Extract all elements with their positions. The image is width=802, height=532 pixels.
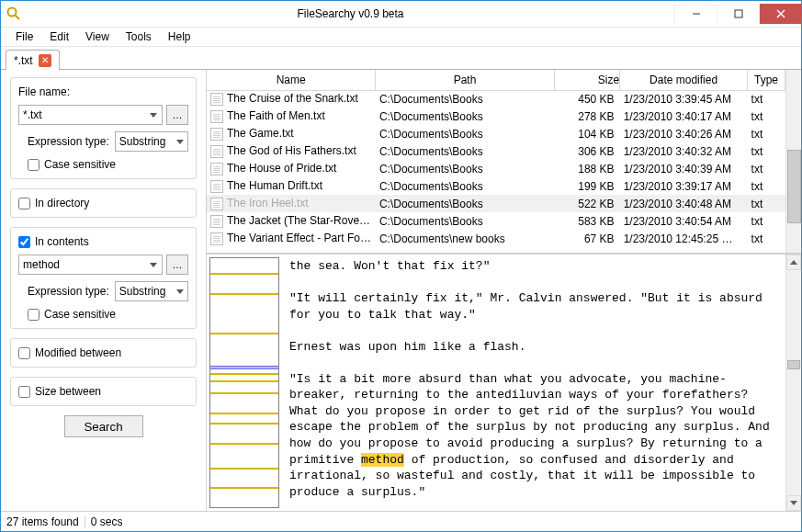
table-row[interactable]: The Cruise of the Snark.txtC:\Documents\… (207, 90, 785, 108)
minimap-hit (210, 373, 278, 375)
menu-bar: FileEditViewToolsHelp (1, 28, 801, 47)
column-path[interactable]: Path (376, 70, 554, 90)
indir-checkbox[interactable]: In directory (18, 197, 188, 209)
highlight: method (361, 453, 404, 467)
tab-label: *.txt (14, 54, 33, 67)
file-icon (210, 128, 223, 141)
status-time: 0 secs (91, 515, 123, 528)
checkbox-icon[interactable] (18, 198, 30, 209)
column-size[interactable]: Size (554, 70, 620, 90)
preview-pane: the sea. Won't that fix it?" "It will ce… (207, 254, 801, 511)
table-row[interactable]: The Iron Heel.txtC:\Documents\Books522 K… (207, 195, 785, 212)
column-type[interactable]: Type (748, 70, 785, 90)
title-bar: FileSearchy v0.9 beta (1, 1, 801, 28)
table-row[interactable]: The Variant Effect - Part Four_C:\Docume… (207, 230, 785, 247)
tab-close-icon[interactable]: ✕ (39, 54, 51, 67)
indir-group: In directory (10, 188, 197, 218)
column-name[interactable]: Name (207, 70, 376, 90)
chevron-down-icon (150, 113, 157, 118)
filename-browse-button[interactable]: … (166, 105, 188, 125)
filename-expr-select[interactable]: Substring (115, 131, 188, 152)
filename-group: File name: *.txt … Expression type: Subs… (10, 77, 197, 179)
close-button[interactable] (759, 4, 801, 24)
preview-scrollbar[interactable] (785, 255, 801, 511)
filename-case-checkbox[interactable]: Case sensitive (18, 158, 188, 171)
filename-input[interactable]: *.txt (18, 105, 163, 125)
table-row[interactable]: The Faith of Men.txtC:\Documents\Books27… (207, 108, 785, 125)
scroll-up-button[interactable] (786, 255, 801, 270)
contents-input[interactable]: method (18, 255, 163, 275)
window-title: FileSearchy v0.9 beta (27, 7, 674, 20)
file-icon (210, 232, 223, 245)
menu-edit[interactable]: Edit (42, 28, 76, 45)
menu-tools[interactable]: Tools (119, 28, 159, 45)
modified-group: Modified between (10, 338, 197, 368)
status-bar: 27 items found 0 secs (1, 511, 801, 531)
tab-strip: *.txt ✕ (1, 47, 801, 70)
table-row[interactable]: The House of Pride.txtC:\Documents\Books… (207, 160, 785, 177)
chevron-down-icon (150, 263, 157, 267)
file-icon (210, 180, 223, 193)
chevron-down-icon (176, 140, 184, 144)
minimap-hit (210, 380, 278, 382)
table-row[interactable]: The Human Drift.txtC:\Documents\Books199… (207, 177, 785, 195)
app-icon (6, 6, 21, 21)
contents-case-checkbox[interactable]: Case sensitive (18, 308, 188, 321)
modified-checkbox[interactable]: Modified between (18, 346, 188, 359)
scroll-down-button[interactable] (786, 495, 801, 511)
minimap-hit (210, 487, 278, 489)
minimap-hit (210, 468, 278, 470)
table-row[interactable]: The God of His Fathers.txtC:\Documents\B… (207, 142, 785, 160)
column-date-modified[interactable]: Date modified (620, 70, 748, 90)
minimap-cursor[interactable] (210, 366, 278, 369)
minimap-hit (210, 413, 278, 414)
table-row[interactable]: The Game.txtC:\Documents\Books104 KB1/23… (207, 125, 785, 142)
table-row[interactable]: The Jacket (The Star-Rover).txtC:\Docume… (207, 212, 785, 230)
file-icon (210, 93, 223, 106)
minimap-hit (210, 443, 278, 445)
minimap-hit (210, 273, 278, 275)
menu-view[interactable]: View (78, 28, 117, 45)
minimap-hit (210, 333, 278, 334)
filename-label: File name: (18, 85, 188, 98)
menu-file[interactable]: File (8, 28, 40, 45)
checkbox-icon[interactable] (28, 309, 40, 321)
file-icon (210, 163, 223, 175)
svg-line-4 (777, 10, 785, 17)
tab[interactable]: *.txt ✕ (6, 50, 60, 70)
search-panel: File name: *.txt … Expression type: Subs… (1, 70, 207, 511)
size-checkbox[interactable]: Size between (18, 385, 188, 398)
preview-text[interactable]: the sea. Won't that fix it?" "It will ce… (282, 255, 785, 511)
filename-expr-label: Expression type: (28, 135, 109, 148)
menu-help[interactable]: Help (161, 28, 198, 45)
contents-browse-button[interactable]: … (166, 255, 188, 275)
status-count: 27 items found (6, 515, 79, 528)
file-icon (210, 145, 223, 158)
checkbox-icon[interactable] (28, 159, 40, 171)
file-icon (210, 198, 223, 210)
minimap-hit (210, 392, 278, 394)
svg-rect-3 (735, 10, 742, 17)
contents-group: In contents method … Expression type: Su… (10, 227, 197, 329)
file-icon (210, 110, 223, 123)
size-group: Size between (10, 377, 197, 406)
results-table: NamePathSizeDate modifiedType The Cruise… (207, 70, 801, 254)
checkbox-icon[interactable] (18, 386, 30, 398)
contents-expr-select[interactable]: Substring (115, 281, 188, 301)
minimap[interactable] (209, 257, 279, 508)
checkbox-icon[interactable] (18, 236, 30, 248)
svg-line-1 (15, 15, 19, 19)
search-button[interactable]: Search (64, 415, 143, 437)
minimize-button[interactable] (674, 4, 717, 24)
svg-line-5 (777, 10, 785, 17)
file-icon (210, 215, 223, 228)
maximize-button[interactable] (717, 4, 759, 24)
checkbox-icon[interactable] (18, 347, 30, 359)
results-scrollbar[interactable] (785, 70, 801, 253)
minimap-hit (210, 423, 278, 424)
contents-checkbox[interactable]: In contents (18, 235, 188, 248)
minimap-hit (210, 293, 278, 295)
contents-expr-label: Expression type: (28, 285, 109, 298)
chevron-down-icon (176, 289, 184, 294)
